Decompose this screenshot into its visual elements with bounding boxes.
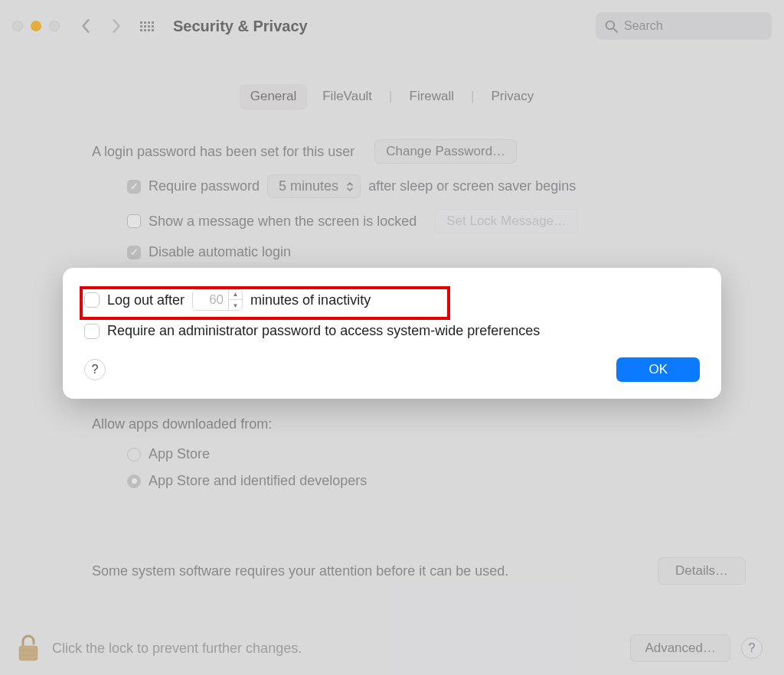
updown-icon [346,181,354,192]
logout-after-checkbox[interactable] [84,292,100,308]
lock-icon[interactable] [15,633,41,664]
footer: Click the lock to prevent further change… [0,621,784,675]
advanced-sheet: Log out after ▲ ▼ minutes of inactivity … [63,268,721,399]
tab-general[interactable]: General [240,84,307,109]
attention-text: Some system software requires your atten… [92,563,508,579]
stepper-down-icon[interactable]: ▼ [229,300,242,311]
login-password-set-label: A login password has been set for this u… [92,144,354,160]
allow-appstore-dev-label: App Store and identified developers [149,473,367,489]
logout-pre-label: Log out after [107,292,185,308]
advanced-button[interactable]: Advanced… [630,634,730,662]
traffic-lights [12,21,66,31]
disable-autologin-label: Disable automatic login [149,244,291,260]
search-input[interactable] [624,19,763,33]
show-message-label: Show a message when the screen is locked [149,214,416,230]
logout-minutes-input[interactable] [193,290,228,310]
sheet-help-button[interactable]: ? [84,359,106,380]
attention-row: Some system software requires your atten… [92,557,746,585]
back-button[interactable] [75,15,96,37]
window-title: Security & Privacy [173,18,308,35]
require-password-delay-dropdown[interactable]: 5 minutes [267,174,361,198]
svg-line-1 [613,28,617,31]
help-button[interactable]: ? [741,638,763,659]
tab-bar: General FileVault | Firewall | Privacy [38,84,746,109]
ok-button[interactable]: OK [616,357,700,382]
require-password-checkbox[interactable] [127,180,141,194]
show-all-button[interactable] [136,15,158,37]
allow-appstore-label: App Store [149,446,210,462]
fullscreen-window-button[interactable] [49,21,60,31]
svg-rect-2 [19,646,38,660]
require-admin-label: Require an administrator password to acc… [107,323,540,339]
window-toolbar: Security & Privacy [0,0,784,52]
change-password-button[interactable]: Change Password… [374,139,517,164]
show-message-checkbox[interactable] [127,214,141,228]
stepper-up-icon[interactable]: ▲ [229,289,242,300]
details-button[interactable]: Details… [658,557,746,585]
require-password-delay-value: 5 minutes [279,178,338,194]
tab-firewall[interactable]: Firewall [399,84,466,109]
minimize-window-button[interactable] [31,21,41,31]
logout-post-label: minutes of inactivity [250,292,371,308]
stepper-arrows[interactable]: ▲ ▼ [228,289,242,311]
tab-privacy[interactable]: Privacy [481,84,545,109]
allow-appstore-radio[interactable] [127,448,141,461]
require-password-label: Require password [149,178,260,194]
forward-button[interactable] [106,15,127,37]
logout-minutes-stepper[interactable]: ▲ ▼ [192,289,243,311]
grid-icon [140,21,154,31]
allow-appstore-dev-radio[interactable] [127,474,141,488]
allow-apps-heading: Allow apps downloaded from: [92,416,272,432]
lock-text: Click the lock to prevent further change… [52,641,302,657]
disable-autologin-checkbox[interactable] [127,246,141,259]
set-lock-message-button[interactable]: Set Lock Message… [435,209,578,233]
search-field[interactable] [596,12,772,40]
after-sleep-label: after sleep or screen saver begins [368,178,576,194]
close-window-button[interactable] [12,21,23,31]
require-admin-checkbox[interactable] [84,324,100,339]
search-icon [605,20,618,33]
tab-filevault[interactable]: FileVault [312,84,383,109]
